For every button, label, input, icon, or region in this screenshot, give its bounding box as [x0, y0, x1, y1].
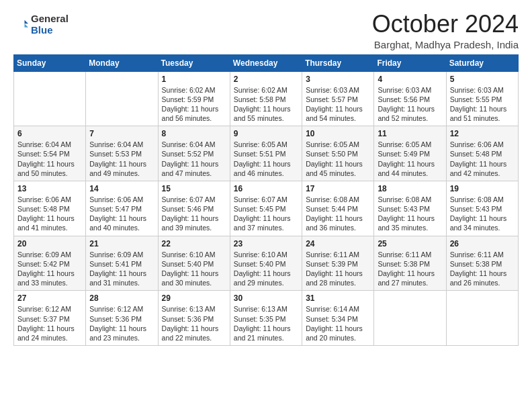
calendar-cell: 14Sunrise: 6:06 AM Sunset: 5:47 PM Dayli…	[86, 181, 158, 236]
day-info: Sunrise: 6:03 AM Sunset: 5:55 PM Dayligh…	[450, 85, 515, 124]
calendar-cell: 31Sunrise: 6:14 AM Sunset: 5:34 PM Dayli…	[302, 291, 374, 346]
calendar-cell	[446, 291, 518, 346]
day-number: 10	[306, 129, 370, 138]
day-number: 6	[17, 129, 82, 138]
day-info: Sunrise: 6:13 AM Sunset: 5:35 PM Dayligh…	[234, 304, 298, 342]
calendar-cell: 6Sunrise: 6:04 AM Sunset: 5:54 PM Daylig…	[14, 126, 86, 181]
day-number: 12	[450, 129, 515, 138]
day-number: 26	[450, 239, 515, 248]
day-number: 21	[89, 239, 154, 248]
calendar-cell: 28Sunrise: 6:12 AM Sunset: 5:36 PM Dayli…	[86, 291, 158, 346]
title-block: October 2024 Barghat, Madhya Pradesh, In…	[372, 11, 519, 50]
calendar-week-row: 20Sunrise: 6:09 AM Sunset: 5:42 PM Dayli…	[14, 236, 519, 291]
calendar-cell: 25Sunrise: 6:11 AM Sunset: 5:38 PM Dayli…	[374, 236, 446, 291]
day-number: 3	[306, 75, 370, 84]
day-number: 8	[162, 129, 226, 138]
day-number: 31	[306, 293, 370, 303]
day-number: 16	[234, 184, 298, 193]
day-number: 17	[306, 184, 370, 193]
day-number: 23	[234, 239, 298, 248]
day-info: Sunrise: 6:11 AM Sunset: 5:39 PM Dayligh…	[306, 250, 370, 288]
day-info: Sunrise: 6:03 AM Sunset: 5:57 PM Dayligh…	[306, 85, 370, 124]
calendar-cell: 9Sunrise: 6:05 AM Sunset: 5:51 PM Daylig…	[230, 126, 302, 181]
day-number: 7	[89, 129, 154, 138]
page-container: General Blue October 2024 Barghat, Madhy…	[0, 0, 532, 353]
calendar-cell: 3Sunrise: 6:03 AM Sunset: 5:57 PM Daylig…	[302, 71, 374, 126]
weekday-header-row: SundayMondayTuesdayWednesdayThursdayFrid…	[14, 54, 519, 71]
day-number: 18	[378, 184, 442, 193]
day-number: 5	[450, 75, 515, 84]
calendar-body: 1Sunrise: 6:02 AM Sunset: 5:59 PM Daylig…	[14, 71, 519, 345]
day-info: Sunrise: 6:10 AM Sunset: 5:40 PM Dayligh…	[162, 250, 226, 288]
day-info: Sunrise: 6:13 AM Sunset: 5:36 PM Dayligh…	[162, 304, 226, 342]
calendar-cell: 21Sunrise: 6:09 AM Sunset: 5:41 PM Dayli…	[86, 236, 158, 291]
logo-general: General	[31, 13, 69, 25]
calendar-cell	[374, 291, 446, 346]
calendar-cell: 11Sunrise: 6:05 AM Sunset: 5:49 PM Dayli…	[374, 126, 446, 181]
logo-icon	[13, 17, 28, 32]
day-info: Sunrise: 6:02 AM Sunset: 5:58 PM Dayligh…	[234, 85, 298, 124]
location: Barghat, Madhya Pradesh, India	[372, 39, 519, 50]
calendar-cell	[14, 71, 86, 126]
day-info: Sunrise: 6:04 AM Sunset: 5:54 PM Dayligh…	[17, 140, 82, 178]
calendar-cell: 2Sunrise: 6:02 AM Sunset: 5:58 PM Daylig…	[230, 71, 302, 126]
calendar-cell: 20Sunrise: 6:09 AM Sunset: 5:42 PM Dayli…	[14, 236, 86, 291]
day-number: 27	[17, 293, 82, 303]
day-number: 13	[17, 184, 82, 193]
logo-blue: Blue	[31, 25, 69, 36]
calendar-cell: 7Sunrise: 6:04 AM Sunset: 5:53 PM Daylig…	[86, 126, 158, 181]
day-info: Sunrise: 6:02 AM Sunset: 5:59 PM Dayligh…	[162, 85, 226, 124]
day-number: 22	[162, 239, 226, 248]
weekday-header: Friday	[374, 54, 446, 71]
day-info: Sunrise: 6:04 AM Sunset: 5:53 PM Dayligh…	[89, 140, 154, 178]
calendar-cell: 27Sunrise: 6:12 AM Sunset: 5:37 PM Dayli…	[14, 291, 86, 346]
day-number: 2	[234, 75, 298, 84]
day-info: Sunrise: 6:03 AM Sunset: 5:56 PM Dayligh…	[378, 85, 442, 124]
svg-marker-1	[25, 24, 29, 28]
calendar-cell: 8Sunrise: 6:04 AM Sunset: 5:52 PM Daylig…	[158, 126, 230, 181]
day-number: 4	[378, 75, 442, 84]
calendar-table: SundayMondayTuesdayWednesdayThursdayFrid…	[13, 54, 519, 346]
calendar-cell: 26Sunrise: 6:11 AM Sunset: 5:38 PM Dayli…	[446, 236, 518, 291]
day-info: Sunrise: 6:07 AM Sunset: 5:46 PM Dayligh…	[162, 195, 226, 233]
calendar-cell: 4Sunrise: 6:03 AM Sunset: 5:56 PM Daylig…	[374, 71, 446, 126]
calendar-cell: 5Sunrise: 6:03 AM Sunset: 5:55 PM Daylig…	[446, 71, 518, 126]
calendar-week-row: 13Sunrise: 6:06 AM Sunset: 5:48 PM Dayli…	[14, 181, 519, 236]
day-info: Sunrise: 6:05 AM Sunset: 5:51 PM Dayligh…	[234, 140, 298, 178]
calendar-cell: 12Sunrise: 6:06 AM Sunset: 5:48 PM Dayli…	[446, 126, 518, 181]
day-info: Sunrise: 6:04 AM Sunset: 5:52 PM Dayligh…	[162, 140, 226, 178]
day-number: 28	[89, 293, 154, 303]
day-info: Sunrise: 6:12 AM Sunset: 5:36 PM Dayligh…	[89, 304, 154, 342]
day-number: 30	[234, 293, 298, 303]
calendar-cell: 18Sunrise: 6:08 AM Sunset: 5:43 PM Dayli…	[374, 181, 446, 236]
calendar-header: SundayMondayTuesdayWednesdayThursdayFrid…	[14, 54, 519, 71]
day-number: 14	[89, 184, 154, 193]
day-info: Sunrise: 6:05 AM Sunset: 5:50 PM Dayligh…	[306, 140, 370, 178]
day-info: Sunrise: 6:06 AM Sunset: 5:47 PM Dayligh…	[89, 195, 154, 233]
day-number: 1	[162, 75, 226, 84]
day-info: Sunrise: 6:12 AM Sunset: 5:37 PM Dayligh…	[17, 304, 82, 342]
day-number: 29	[162, 293, 226, 303]
day-info: Sunrise: 6:08 AM Sunset: 5:44 PM Dayligh…	[306, 195, 370, 233]
day-info: Sunrise: 6:10 AM Sunset: 5:40 PM Dayligh…	[234, 250, 298, 288]
day-number: 20	[17, 239, 82, 248]
weekday-header: Sunday	[14, 54, 86, 71]
day-number: 25	[378, 239, 442, 248]
calendar-cell: 10Sunrise: 6:05 AM Sunset: 5:50 PM Dayli…	[302, 126, 374, 181]
weekday-header: Wednesday	[230, 54, 302, 71]
day-info: Sunrise: 6:05 AM Sunset: 5:49 PM Dayligh…	[378, 140, 442, 178]
logo: General Blue	[13, 13, 69, 36]
calendar-cell: 15Sunrise: 6:07 AM Sunset: 5:46 PM Dayli…	[158, 181, 230, 236]
day-info: Sunrise: 6:09 AM Sunset: 5:42 PM Dayligh…	[17, 250, 82, 288]
month-title: October 2024	[372, 11, 519, 38]
day-number: 19	[450, 184, 515, 193]
calendar-week-row: 1Sunrise: 6:02 AM Sunset: 5:59 PM Daylig…	[14, 71, 519, 126]
day-info: Sunrise: 6:08 AM Sunset: 5:43 PM Dayligh…	[450, 195, 515, 233]
day-number: 11	[378, 129, 442, 138]
weekday-header: Tuesday	[158, 54, 230, 71]
day-info: Sunrise: 6:06 AM Sunset: 5:48 PM Dayligh…	[450, 140, 515, 178]
logo-text: General Blue	[31, 13, 69, 36]
day-info: Sunrise: 6:14 AM Sunset: 5:34 PM Dayligh…	[306, 304, 370, 342]
calendar-cell: 23Sunrise: 6:10 AM Sunset: 5:40 PM Dayli…	[230, 236, 302, 291]
day-info: Sunrise: 6:06 AM Sunset: 5:48 PM Dayligh…	[17, 195, 82, 233]
